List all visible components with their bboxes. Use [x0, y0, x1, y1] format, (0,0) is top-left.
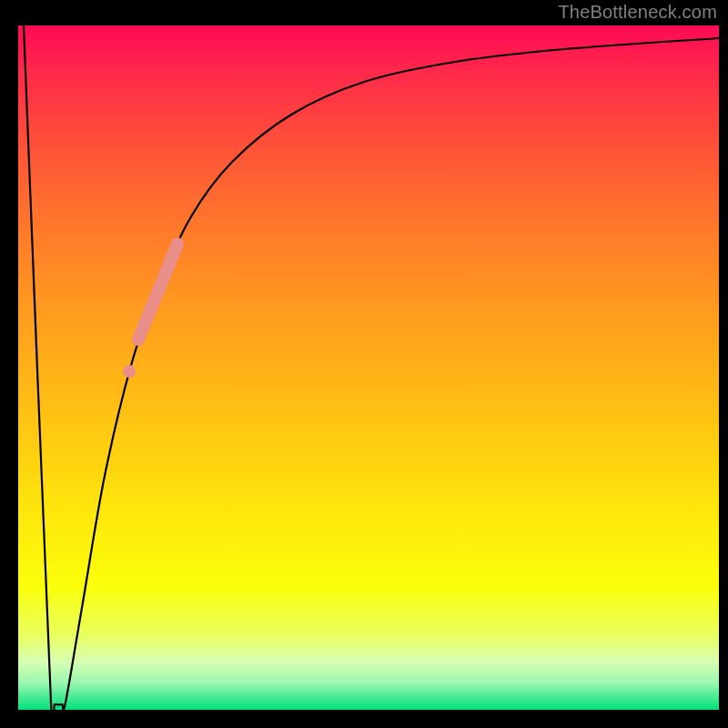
highlight-dot — [123, 365, 136, 378]
plot-area — [18, 25, 719, 710]
attribution-text: TheBottleneck.com — [558, 2, 717, 23]
highlight-segment — [138, 244, 177, 339]
curve-svg — [18, 25, 719, 710]
chart-stage: TheBottleneck.com — [0, 0, 728, 728]
